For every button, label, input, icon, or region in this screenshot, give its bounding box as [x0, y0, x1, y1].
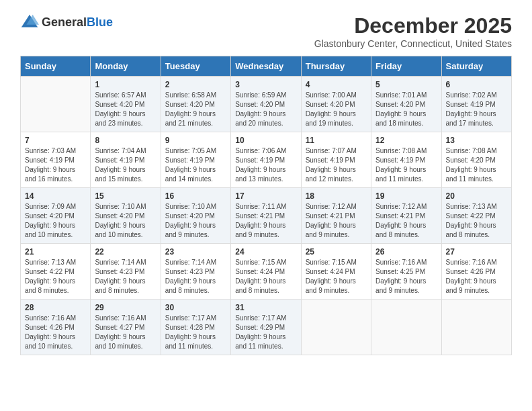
day-info: Sunrise: 7:17 AM Sunset: 4:29 PM Dayligh…	[235, 314, 296, 351]
calendar-week-row: 1Sunrise: 6:57 AM Sunset: 4:20 PM Daylig…	[21, 77, 512, 132]
day-info: Sunrise: 7:17 AM Sunset: 4:28 PM Dayligh…	[165, 314, 226, 351]
weekday-header-tuesday: Tuesday	[161, 56, 230, 77]
day-info: Sunrise: 7:15 AM Sunset: 4:24 PM Dayligh…	[235, 258, 296, 295]
day-number: 19	[375, 191, 437, 201]
day-number: 18	[306, 191, 367, 201]
calendar-cell: 26Sunrise: 7:16 AM Sunset: 4:25 PM Dayli…	[371, 244, 441, 300]
weekday-header-monday: Monday	[91, 56, 161, 77]
day-number: 7	[25, 136, 86, 145]
day-info: Sunrise: 7:16 AM Sunset: 4:26 PM Dayligh…	[446, 258, 507, 295]
calendar-cell	[441, 300, 511, 355]
day-number: 26	[375, 247, 437, 257]
day-info: Sunrise: 6:59 AM Sunset: 4:20 PM Dayligh…	[235, 91, 296, 128]
calendar-cell: 25Sunrise: 7:15 AM Sunset: 4:24 PM Dayli…	[301, 244, 371, 300]
day-info: Sunrise: 7:10 AM Sunset: 4:20 PM Dayligh…	[95, 202, 156, 240]
day-number: 20	[446, 191, 507, 201]
day-number: 31	[235, 303, 296, 312]
calendar-cell: 27Sunrise: 7:16 AM Sunset: 4:26 PM Dayli…	[441, 244, 511, 300]
main-title: December 2025	[314, 13, 512, 38]
day-info: Sunrise: 7:00 AM Sunset: 4:20 PM Dayligh…	[306, 91, 367, 128]
day-number: 2	[165, 80, 226, 89]
calendar-cell: 13Sunrise: 7:08 AM Sunset: 4:20 PM Dayli…	[441, 132, 511, 188]
logo-icon	[20, 13, 39, 32]
calendar-cell: 5Sunrise: 7:01 AM Sunset: 4:20 PM Daylig…	[371, 77, 441, 132]
calendar-week-row: 14Sunrise: 7:09 AM Sunset: 4:20 PM Dayli…	[21, 188, 512, 244]
title-section: December 2025 Glastonbury Center, Connec…	[314, 13, 512, 49]
day-number: 9	[165, 136, 226, 145]
day-info: Sunrise: 7:12 AM Sunset: 4:21 PM Dayligh…	[306, 202, 367, 240]
calendar-cell: 14Sunrise: 7:09 AM Sunset: 4:20 PM Dayli…	[21, 188, 91, 244]
day-info: Sunrise: 7:14 AM Sunset: 4:23 PM Dayligh…	[95, 258, 156, 295]
calendar-cell: 30Sunrise: 7:17 AM Sunset: 4:28 PM Dayli…	[161, 300, 230, 355]
day-info: Sunrise: 7:07 AM Sunset: 4:19 PM Dayligh…	[306, 146, 367, 184]
day-number: 25	[306, 247, 367, 257]
day-number: 28	[25, 303, 86, 312]
calendar-cell: 17Sunrise: 7:11 AM Sunset: 4:21 PM Dayli…	[231, 188, 301, 244]
weekday-header-saturday: Saturday	[441, 56, 511, 77]
day-number: 3	[235, 80, 296, 89]
day-number: 16	[165, 191, 226, 201]
calendar-table: SundayMondayTuesdayWednesdayThursdayFrid…	[20, 56, 512, 355]
day-info: Sunrise: 7:14 AM Sunset: 4:23 PM Dayligh…	[165, 258, 226, 295]
logo-general: GeneralBlue	[42, 16, 113, 30]
day-number: 13	[446, 136, 507, 145]
day-info: Sunrise: 7:12 AM Sunset: 4:21 PM Dayligh…	[375, 202, 437, 240]
calendar-cell: 22Sunrise: 7:14 AM Sunset: 4:23 PM Dayli…	[91, 244, 161, 300]
calendar-cell: 24Sunrise: 7:15 AM Sunset: 4:24 PM Dayli…	[231, 244, 301, 300]
day-number: 29	[95, 303, 156, 312]
day-info: Sunrise: 6:58 AM Sunset: 4:20 PM Dayligh…	[165, 91, 226, 128]
calendar-week-row: 7Sunrise: 7:03 AM Sunset: 4:19 PM Daylig…	[21, 132, 512, 188]
day-info: Sunrise: 7:08 AM Sunset: 4:20 PM Dayligh…	[446, 146, 507, 184]
day-number: 17	[235, 191, 296, 201]
day-number: 27	[446, 247, 507, 257]
page-header: GeneralBlue December 2025 Glastonbury Ce…	[20, 13, 512, 49]
day-info: Sunrise: 7:10 AM Sunset: 4:20 PM Dayligh…	[165, 202, 226, 240]
calendar-cell: 19Sunrise: 7:12 AM Sunset: 4:21 PM Dayli…	[371, 188, 441, 244]
logo: GeneralBlue	[20, 13, 113, 32]
calendar-cell: 23Sunrise: 7:14 AM Sunset: 4:23 PM Dayli…	[161, 244, 230, 300]
calendar-cell: 7Sunrise: 7:03 AM Sunset: 4:19 PM Daylig…	[21, 132, 91, 188]
day-number: 11	[306, 136, 367, 145]
weekday-header-row: SundayMondayTuesdayWednesdayThursdayFrid…	[21, 56, 512, 77]
day-number: 24	[235, 247, 296, 257]
calendar-week-row: 28Sunrise: 7:16 AM Sunset: 4:26 PM Dayli…	[21, 300, 512, 355]
day-info: Sunrise: 7:16 AM Sunset: 4:25 PM Dayligh…	[375, 258, 437, 295]
day-info: Sunrise: 7:13 AM Sunset: 4:22 PM Dayligh…	[25, 258, 86, 295]
subtitle: Glastonbury Center, Connecticut, United …	[314, 38, 512, 49]
day-info: Sunrise: 7:16 AM Sunset: 4:27 PM Dayligh…	[95, 314, 156, 351]
calendar-cell: 18Sunrise: 7:12 AM Sunset: 4:21 PM Dayli…	[301, 188, 371, 244]
day-info: Sunrise: 7:06 AM Sunset: 4:19 PM Dayligh…	[235, 146, 296, 184]
day-info: Sunrise: 6:57 AM Sunset: 4:20 PM Dayligh…	[95, 91, 156, 128]
day-info: Sunrise: 7:15 AM Sunset: 4:24 PM Dayligh…	[306, 258, 367, 295]
calendar-cell: 20Sunrise: 7:13 AM Sunset: 4:22 PM Dayli…	[441, 188, 511, 244]
calendar-cell	[21, 77, 91, 132]
day-number: 21	[25, 247, 86, 257]
calendar-cell: 31Sunrise: 7:17 AM Sunset: 4:29 PM Dayli…	[231, 300, 301, 355]
weekday-header-thursday: Thursday	[301, 56, 371, 77]
day-info: Sunrise: 7:03 AM Sunset: 4:19 PM Dayligh…	[25, 146, 86, 184]
calendar-cell: 6Sunrise: 7:02 AM Sunset: 4:19 PM Daylig…	[441, 77, 511, 132]
day-info: Sunrise: 7:16 AM Sunset: 4:26 PM Dayligh…	[25, 314, 86, 351]
calendar-cell	[371, 300, 441, 355]
day-number: 10	[235, 136, 296, 145]
calendar-week-row: 21Sunrise: 7:13 AM Sunset: 4:22 PM Dayli…	[21, 244, 512, 300]
day-info: Sunrise: 7:01 AM Sunset: 4:20 PM Dayligh…	[375, 91, 437, 128]
day-number: 6	[446, 80, 507, 89]
calendar-cell: 2Sunrise: 6:58 AM Sunset: 4:20 PM Daylig…	[161, 77, 230, 132]
day-number: 12	[375, 136, 437, 145]
day-number: 8	[95, 136, 156, 145]
day-number: 14	[25, 191, 86, 201]
calendar-cell: 3Sunrise: 6:59 AM Sunset: 4:20 PM Daylig…	[231, 77, 301, 132]
calendar-cell: 21Sunrise: 7:13 AM Sunset: 4:22 PM Dayli…	[21, 244, 91, 300]
calendar-cell: 10Sunrise: 7:06 AM Sunset: 4:19 PM Dayli…	[231, 132, 301, 188]
day-number: 1	[95, 80, 156, 89]
day-info: Sunrise: 7:11 AM Sunset: 4:21 PM Dayligh…	[235, 202, 296, 240]
calendar-cell: 8Sunrise: 7:04 AM Sunset: 4:19 PM Daylig…	[91, 132, 161, 188]
day-info: Sunrise: 7:04 AM Sunset: 4:19 PM Dayligh…	[95, 146, 156, 184]
day-number: 15	[95, 191, 156, 201]
day-info: Sunrise: 7:09 AM Sunset: 4:20 PM Dayligh…	[25, 202, 86, 240]
calendar-cell: 29Sunrise: 7:16 AM Sunset: 4:27 PM Dayli…	[91, 300, 161, 355]
day-number: 22	[95, 247, 156, 257]
day-number: 4	[306, 80, 367, 89]
calendar-cell: 11Sunrise: 7:07 AM Sunset: 4:19 PM Dayli…	[301, 132, 371, 188]
